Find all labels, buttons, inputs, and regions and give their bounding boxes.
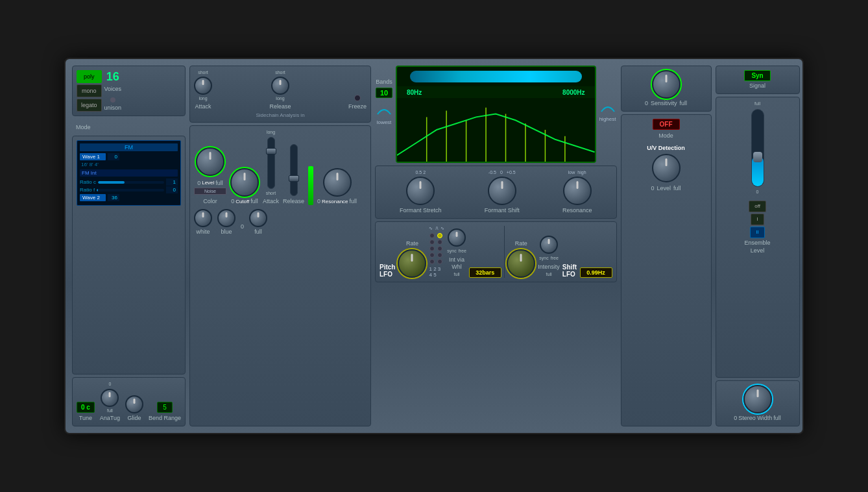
color-full-label: full [254, 228, 262, 236]
fm-display: FM Wave 1 0 16' 8' 4' FM Int Ratio c 1 R… [77, 140, 181, 206]
level-zero: 0 [197, 180, 200, 187]
formant-resonance-knob[interactable] [563, 177, 592, 205]
filter-release-slider[interactable] [290, 144, 298, 196]
lfo-section: Pitch LFO Rate ∿ /\ ∿ [375, 221, 617, 282]
mono-button[interactable]: mono [77, 84, 102, 97]
stereo-knob[interactable] [743, 385, 772, 413]
glide-knob[interactable] [125, 395, 143, 413]
wf-dot-9[interactable] [429, 259, 435, 264]
tune-display: 0 c [77, 402, 95, 413]
shift-intensity-knob[interactable] [540, 236, 558, 254]
release-knob-group: short long Release [269, 70, 291, 110]
white-label: white [196, 228, 210, 236]
attack-short: short [198, 70, 208, 75]
slider-thumb [753, 152, 762, 162]
analogue-knob-group: 0 full AnaTug [100, 382, 120, 422]
ensemble-i-btn[interactable]: I [751, 214, 764, 225]
poly-button[interactable]: poly [77, 70, 102, 83]
cutoff-label: Cutoff [235, 199, 249, 204]
wave2-select[interactable]: Wave 2 [80, 194, 106, 201]
uv-mode-label: Mode [658, 132, 673, 140]
formant-shift-label: Formant Shift [485, 207, 520, 214]
wf-dot-2[interactable] [437, 233, 442, 238]
filter-section: 0 Level full Noise Color 0 Cutoff f [189, 125, 371, 426]
freq-high: 8000Hz [562, 89, 585, 96]
analogue-max: full [107, 408, 113, 413]
filter-attack-slider[interactable] [267, 137, 275, 189]
uv-level-label: Level [657, 185, 671, 192]
panel-left: poly mono legato 16 Voices unison Mode F… [72, 66, 186, 426]
release-short: short [275, 70, 285, 75]
pitch-int-label: Int via Whl [447, 256, 466, 271]
stereo-max: full [773, 415, 781, 422]
spectrum-area [397, 98, 595, 162]
analogue-knob[interactable] [101, 389, 119, 407]
spectrum-top-bar [410, 71, 582, 82]
formant-section: 0.5 2 Formant Stretch -0.5 0 +0.5 Forman… [375, 166, 617, 219]
wf-dot-7[interactable] [429, 252, 435, 258]
uv-level-min: 0 [651, 185, 655, 192]
ratio-c-val: 1 [166, 178, 178, 186]
ratio-f-val: 0 [166, 186, 178, 193]
ensemble-ii-btn[interactable]: II [750, 227, 764, 238]
level-full-top: full [754, 101, 760, 106]
attack-knob[interactable] [194, 77, 212, 95]
cutoff-knob[interactable] [230, 168, 259, 197]
wave1-val: 0 [108, 153, 119, 160]
formant-stretch-knob[interactable] [406, 177, 435, 205]
wf-dot-5[interactable] [429, 246, 435, 251]
pitch-wf-sine-icon: ∿ [429, 226, 433, 231]
main-level-slider[interactable] [751, 109, 764, 187]
tune-label: Tune [79, 415, 92, 422]
wf-dot-3[interactable] [429, 240, 435, 245]
legato-button[interactable]: legato [77, 99, 102, 112]
resonance-low: low [568, 170, 575, 175]
ensemble-level-label: Level [751, 247, 765, 254]
lfo-divider [504, 226, 505, 278]
level-full: full [215, 180, 223, 187]
panel-center: Bands 10 lowest 80Hz 8000Hz [375, 66, 617, 426]
fm-title: FM [80, 143, 178, 151]
color-knob-group: full [249, 209, 267, 236]
release-knob[interactable] [271, 77, 289, 95]
shift-lfo-value: 0.99Hz [580, 267, 612, 278]
level-knob[interactable] [196, 147, 224, 176]
white-knob[interactable] [194, 209, 212, 227]
pitch-rate-knob[interactable] [398, 249, 426, 278]
shift-sync: sync [539, 256, 548, 261]
syn-label: Syn [744, 70, 770, 81]
synth-main: poly mono legato 16 Voices unison Mode F… [64, 58, 804, 434]
attack-knob-group: short long Attack [194, 70, 212, 110]
formant-shift-knob[interactable] [488, 177, 516, 205]
mode-label: Mode [76, 124, 91, 130]
wf-dot-8[interactable] [437, 252, 442, 258]
freeze-dot[interactable] [354, 95, 361, 101]
blue-knob[interactable] [217, 209, 235, 227]
uv-level-max: full [673, 185, 681, 192]
wf-dot-4[interactable] [437, 240, 442, 245]
unison-dot[interactable] [110, 97, 115, 103]
wave1-select[interactable]: Wave 1 [80, 153, 106, 160]
pitch-lfo-value: 32bars [469, 267, 501, 278]
resonance-knob[interactable] [323, 168, 352, 197]
wf-dot-6[interactable] [437, 246, 442, 251]
sensitivity-knob[interactable] [652, 70, 681, 99]
uv-level-knob[interactable] [652, 154, 681, 182]
shift-free: free [551, 256, 559, 261]
wf-dot-10[interactable] [437, 259, 442, 264]
stereo-min: 0 [734, 415, 737, 422]
wf-dot-1[interactable] [429, 233, 435, 238]
panel-right: Syn Signal full 0 off I II Ensemble Leve… [716, 66, 800, 426]
cutoff-knob-group: 0 Cutoff full [230, 168, 259, 205]
pitch-wf-tri-icon: /\ [435, 226, 438, 230]
wave2-val: 36 [108, 194, 119, 201]
spectrum-display: 80Hz 8000Hz [396, 66, 596, 163]
stereo-knob-group: 0 Stereo Width full [720, 385, 795, 422]
level-meter [308, 166, 313, 205]
pitch-int-knob[interactable] [448, 228, 466, 247]
ensemble-off-btn[interactable]: off [749, 201, 766, 212]
release-long: long [276, 96, 284, 101]
fm-int-label: FM Int [80, 169, 178, 177]
shift-rate-knob[interactable] [507, 249, 535, 278]
color-knob[interactable] [249, 209, 267, 227]
